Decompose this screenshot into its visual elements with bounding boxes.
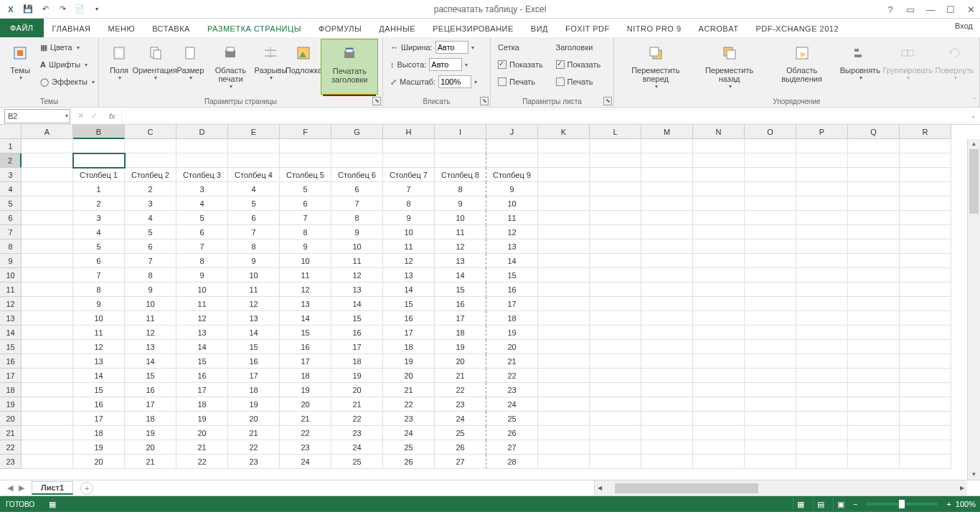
cell[interactable] <box>641 426 693 440</box>
zoom-level[interactable]: 100% <box>956 500 976 508</box>
row-header[interactable]: 4 <box>0 182 22 196</box>
cell[interactable] <box>590 225 641 239</box>
cell[interactable]: 10 <box>228 268 280 283</box>
undo-icon[interactable]: ↶ <box>37 1 53 17</box>
cell[interactable] <box>538 153 590 168</box>
cell[interactable] <box>745 412 796 426</box>
cell[interactable] <box>900 340 951 354</box>
tab-формулы[interactable]: ФОРМУЛЫ <box>310 20 370 37</box>
cell[interactable] <box>590 153 641 168</box>
cell[interactable]: 20 <box>73 455 125 469</box>
cell[interactable]: 21 <box>331 397 383 412</box>
cell[interactable]: 11 <box>228 283 280 297</box>
cell[interactable] <box>641 239 693 254</box>
cell[interactable]: 3 <box>73 211 125 225</box>
cell[interactable] <box>745 225 796 239</box>
cell[interactable] <box>900 412 951 426</box>
cell[interactable]: 15 <box>228 340 280 354</box>
cell[interactable]: 25 <box>435 426 486 440</box>
cell[interactable] <box>641 196 693 211</box>
vscroll-thumb[interactable] <box>969 149 979 214</box>
cell[interactable] <box>538 311 590 326</box>
tab-foxit-pdf[interactable]: Foxit PDF <box>557 20 618 37</box>
cell[interactable] <box>538 182 590 196</box>
cell[interactable] <box>900 153 951 168</box>
cell[interactable]: 21 <box>125 455 176 469</box>
cell[interactable]: 10 <box>383 225 435 239</box>
cell[interactable]: 21 <box>435 369 486 383</box>
cell[interactable] <box>693 168 745 182</box>
col-header[interactable]: F <box>280 125 331 139</box>
cell[interactable] <box>848 412 900 426</box>
row-header[interactable]: 17 <box>0 369 22 383</box>
cell[interactable] <box>538 239 590 254</box>
cell[interactable] <box>745 426 796 440</box>
cell[interactable] <box>538 426 590 440</box>
cell[interactable]: 9 <box>125 283 176 297</box>
cell[interactable] <box>641 397 693 412</box>
cell[interactable] <box>745 455 796 469</box>
orientation-button[interactable]: Ориентация▾ <box>136 39 173 95</box>
cell[interactable] <box>641 326 693 340</box>
col-header[interactable]: B <box>73 125 125 139</box>
cell[interactable]: 5 <box>228 196 280 211</box>
zoom-out-icon[interactable]: − <box>853 500 857 508</box>
cell[interactable] <box>900 268 951 283</box>
cell[interactable]: 23 <box>228 455 280 469</box>
cell[interactable] <box>641 440 693 455</box>
sheet-tab[interactable]: Лист1 <box>32 481 73 495</box>
maximize-icon[interactable]: ☐ <box>943 1 958 17</box>
bring-forward-button[interactable]: Переместить вперед▾ <box>618 39 693 95</box>
cell[interactable] <box>848 168 900 182</box>
cell[interactable] <box>848 196 900 211</box>
col-header[interactable]: I <box>435 125 486 139</box>
cell[interactable] <box>590 211 641 225</box>
cell[interactable] <box>693 254 745 268</box>
cell[interactable] <box>796 397 848 412</box>
cell[interactable]: 1 <box>73 182 125 196</box>
cell[interactable]: 21 <box>228 426 280 440</box>
cell[interactable]: 25 <box>331 455 383 469</box>
row-header[interactable]: 16 <box>0 354 22 369</box>
cell[interactable] <box>848 283 900 297</box>
fit-launcher[interactable]: ⬊ <box>480 97 489 105</box>
cell[interactable]: 17 <box>435 311 486 326</box>
cell[interactable]: 19 <box>486 326 538 340</box>
cell[interactable]: 22 <box>228 440 280 455</box>
cell[interactable]: 15 <box>73 383 125 397</box>
cell[interactable] <box>641 225 693 239</box>
cell[interactable]: 24 <box>486 397 538 412</box>
row-header[interactable]: 8 <box>0 239 22 254</box>
cell[interactable] <box>590 354 641 369</box>
cell[interactable] <box>900 139 951 153</box>
cell[interactable]: Столбец 3 <box>176 168 228 182</box>
cell[interactable]: 9 <box>486 182 538 196</box>
cell[interactable]: 20 <box>435 354 486 369</box>
cell[interactable] <box>641 369 693 383</box>
cell[interactable]: 14 <box>383 283 435 297</box>
cell[interactable] <box>745 440 796 455</box>
cell[interactable]: 12 <box>228 297 280 311</box>
cell[interactable] <box>745 354 796 369</box>
cell[interactable]: 20 <box>383 369 435 383</box>
pagelayout-view-icon[interactable]: ▤ <box>813 498 829 511</box>
cell[interactable] <box>796 369 848 383</box>
cell[interactable]: 13 <box>383 268 435 283</box>
tab-данные[interactable]: ДАННЫЕ <box>370 20 424 37</box>
cell[interactable] <box>796 182 848 196</box>
cell[interactable]: 14 <box>125 354 176 369</box>
sheetopts-launcher[interactable]: ⬊ <box>603 97 612 105</box>
cell[interactable] <box>125 153 176 168</box>
cell[interactable] <box>125 139 176 153</box>
cell[interactable] <box>848 139 900 153</box>
group-button[interactable]: Группировать▾ <box>882 39 933 95</box>
zoom-slider[interactable] <box>866 503 938 506</box>
cell[interactable]: 10 <box>176 283 228 297</box>
cell[interactable]: 17 <box>280 354 331 369</box>
cell[interactable]: 19 <box>125 426 176 440</box>
cell[interactable] <box>900 354 951 369</box>
cell[interactable] <box>745 383 796 397</box>
cell[interactable]: 12 <box>486 225 538 239</box>
cell[interactable]: 12 <box>435 239 486 254</box>
row-header[interactable]: 15 <box>0 340 22 354</box>
